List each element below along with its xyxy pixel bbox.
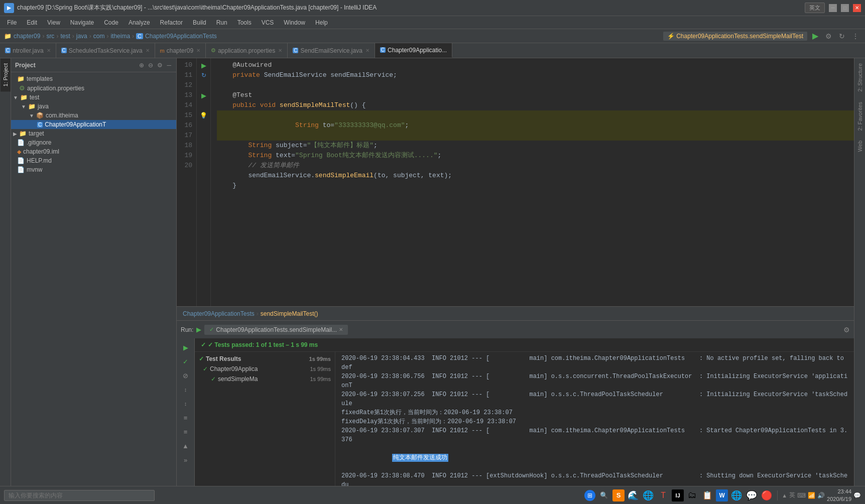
gutter-lightbulb-icon[interactable]: 💡 — [200, 112, 207, 119]
tree-item-gitignore[interactable]: 📄 .gitignore — [11, 138, 176, 147]
breadcrumb-test[interactable]: test — [60, 33, 70, 40]
tab-ntroller[interactable]: C ntroller.java ✕ — [0, 43, 56, 58]
breadcrumb-itheima[interactable]: itheima — [110, 33, 130, 40]
more-actions-button[interactable]: ⋮ — [850, 32, 861, 40]
breadcrumb-method-selector[interactable]: ⚡ Chapter09ApplicationTests.sendSimpleMa… — [663, 32, 807, 41]
run-settings-icon[interactable]: ⚙ — [843, 326, 850, 334]
editor-bc-method[interactable]: sendSimpleMailTest() — [261, 310, 318, 317]
gutter-reload-icon-11[interactable]: ↻ — [201, 72, 206, 79]
run-button[interactable]: ▶ — [810, 31, 820, 41]
notify-volume-icon[interactable]: 🔊 — [817, 492, 825, 499]
tab-scheduled-close[interactable]: ✕ — [146, 48, 150, 53]
run-play-btn[interactable]: ▶ — [180, 341, 192, 353]
run-tab[interactable]: ✓ Chapter09ApplicationTests.sendSimpleMa… — [204, 325, 348, 335]
menu-vcs[interactable]: VCS — [257, 17, 279, 28]
tree-item-test[interactable]: ▼ 📁 test — [11, 93, 176, 102]
tab-ntroller-close[interactable]: ✕ — [47, 48, 51, 53]
taskbar-red-icon[interactable]: 🔴 — [760, 489, 773, 502]
taskbar-notif-icon[interactable]: 💬 — [853, 492, 861, 499]
tab-send-email-close[interactable]: ✕ — [365, 48, 369, 53]
menu-build[interactable]: Build — [188, 17, 211, 28]
notify-lang-icon[interactable]: 英 — [789, 491, 795, 499]
menu-tools[interactable]: Tools — [232, 17, 257, 28]
menu-view[interactable]: View — [42, 17, 65, 28]
menu-analyze[interactable]: Analyze — [123, 17, 155, 28]
maximize-button[interactable]: □ — [841, 4, 849, 12]
tab-application-properties[interactable]: ⚙ application.properties ✕ — [206, 43, 288, 58]
run-more-btn[interactable]: » — [180, 454, 192, 466]
run-pass-btn[interactable]: ✓ — [180, 355, 192, 367]
notify-wifi-icon[interactable]: 📶 — [808, 492, 815, 499]
tree-item-help[interactable]: 📄 HELP.md — [11, 156, 176, 165]
notify-input-icon[interactable]: ⌨ — [797, 492, 806, 499]
notify-up-icon[interactable]: ▲ — [782, 492, 787, 498]
project-action-sync[interactable]: ⊕ — [138, 61, 145, 70]
tab-chapter09-close[interactable]: ✕ — [196, 48, 200, 53]
taskbar-start-btn[interactable]: ⊞ — [584, 490, 595, 501]
menu-refactor[interactable]: Refactor — [155, 17, 188, 28]
tree-item-target[interactable]: ▶ 📁 target — [11, 129, 176, 138]
run-list2-btn[interactable]: ≡ — [180, 426, 192, 438]
tab-application-properties-close[interactable]: ✕ — [278, 48, 282, 53]
menu-help[interactable]: Help — [310, 17, 333, 28]
right-panel-tab-web[interactable]: Web — [855, 136, 865, 157]
debug-button[interactable]: ⚙ — [823, 32, 834, 40]
tree-item-chapter09-app-tests[interactable]: C Chapter09ApplicationT — [11, 120, 176, 129]
test-chapter09-applica[interactable]: ✓ Chapter09Applica 1s 99ms — [195, 364, 335, 374]
breadcrumb-class[interactable]: C Chapter09ApplicationTests — [136, 33, 217, 40]
gutter-run-icon-10[interactable]: ▶ — [201, 62, 206, 69]
tree-item-chapter09-iml[interactable]: ◆ chapter09.iml — [11, 147, 176, 156]
menu-file[interactable]: File — [2, 17, 22, 28]
taskbar-s-icon[interactable]: S — [612, 489, 625, 501]
gutter-run-icon-13[interactable]: ▶ — [201, 92, 206, 99]
breadcrumb-java[interactable]: java — [76, 33, 87, 40]
tab-chapter09[interactable]: m chapter09 ✕ — [155, 43, 206, 58]
tree-item-templates[interactable]: 📁 templates — [11, 74, 176, 83]
left-panel-tab-project[interactable]: 1: Project — [1, 58, 11, 91]
close-button[interactable]: ✕ — [853, 4, 861, 12]
menu-code[interactable]: Code — [99, 17, 123, 28]
run-list-btn[interactable]: ≡ — [180, 412, 192, 424]
taskbar-globe-icon[interactable]: 🌐 — [642, 489, 655, 502]
taskbar-clipboard-icon[interactable]: 📋 — [701, 489, 714, 502]
project-action-minus[interactable]: ─ — [166, 61, 172, 70]
code-content[interactable]: @Autowired private SendEmailService send… — [211, 58, 854, 306]
right-panel-tab-structure[interactable]: 2: Structure — [855, 58, 865, 97]
run-tab-close[interactable]: ✕ — [339, 327, 343, 332]
test-send-simple-ma[interactable]: ✓ sendSimpleMa 1s 99ms — [195, 374, 335, 384]
taskbar-cortana-btn[interactable]: 🔍 — [597, 489, 610, 502]
breadcrumb-project[interactable]: chapter09 — [14, 33, 40, 40]
run-stop-btn[interactable]: ⊘ — [180, 369, 192, 382]
tab-scheduled[interactable]: C ScheduledTaskService.java ✕ — [56, 43, 155, 58]
run-config-button[interactable]: ↻ — [837, 32, 847, 40]
run-sort-asc-btn[interactable]: ↕ — [180, 384, 192, 396]
menu-navigate[interactable]: Navigate — [65, 17, 99, 28]
taskbar-chat-icon[interactable]: 💬 — [745, 489, 758, 502]
tab-chapter09-app-tests[interactable]: C Chapter09Applicatio... — [375, 43, 452, 58]
menu-run[interactable]: Run — [211, 17, 232, 28]
tab-send-email[interactable]: C SendEmailService.java ✕ — [288, 43, 375, 58]
project-action-collapse[interactable]: ⊖ — [147, 61, 154, 70]
taskbar-word-icon[interactable]: W — [716, 489, 728, 501]
project-action-settings[interactable]: ⚙ — [156, 61, 164, 70]
menu-window[interactable]: Window — [279, 17, 310, 28]
run-up-btn[interactable]: ▲ — [180, 440, 192, 452]
taskbar-wave-icon[interactable]: 🌊 — [627, 489, 640, 502]
editor-bc-class[interactable]: Chapter09ApplicationTests — [183, 310, 255, 317]
breadcrumb-com[interactable]: com — [93, 33, 105, 40]
taskbar-edge-icon[interactable]: 🌐 — [730, 489, 743, 502]
log-output[interactable]: 2020-06-19 23:38:04.433 INFO 21012 --- [… — [335, 352, 854, 504]
tree-item-application-properties[interactable]: ⚙ application.properties — [11, 83, 176, 93]
menu-edit[interactable]: Edit — [22, 17, 42, 28]
tree-item-com-itheima[interactable]: ▼ 📦 com.itheima — [11, 111, 176, 120]
right-panel-tab-favorites[interactable]: 2: Favorites — [855, 97, 865, 136]
tree-item-mvnw[interactable]: 📄 mvnw — [11, 165, 176, 174]
taskbar-t-icon[interactable]: T — [657, 489, 670, 502]
taskbar-idea-icon[interactable]: IJ — [672, 489, 684, 501]
breadcrumb-src[interactable]: src — [46, 33, 54, 40]
tree-item-java[interactable]: ▼ 📁 java — [11, 102, 176, 111]
search-input[interactable] — [4, 490, 155, 501]
taskbar-folder-icon[interactable]: 🗂 — [686, 489, 699, 502]
minimize-button[interactable]: ─ — [829, 4, 837, 12]
run-sort-desc-btn[interactable]: ↕ — [180, 398, 192, 410]
